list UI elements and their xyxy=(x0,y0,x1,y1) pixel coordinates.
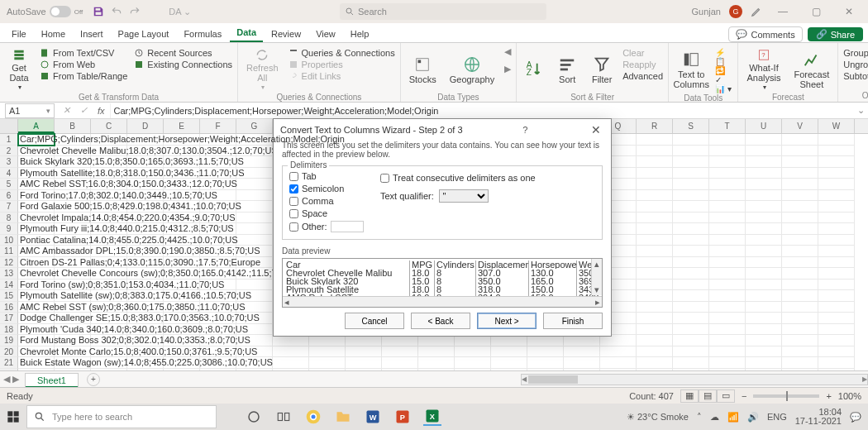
cell[interactable] xyxy=(782,156,818,168)
cell[interactable] xyxy=(673,335,709,346)
cell[interactable]: Buick Estate Wagon (sw);14.0;8;455.0;225… xyxy=(18,357,55,369)
cell[interactable] xyxy=(600,346,637,358)
queries-connections[interactable]: Queries & Connections xyxy=(289,48,395,58)
cell[interactable] xyxy=(600,335,637,346)
cell[interactable]: Ford Torino (sw);0;8;351.0;153.0;4034.;1… xyxy=(18,280,55,291)
cell[interactable] xyxy=(309,335,346,346)
row-header[interactable]: 7 xyxy=(0,201,18,213)
cell[interactable] xyxy=(818,357,855,369)
cell[interactable] xyxy=(746,146,782,157)
cell[interactable] xyxy=(637,168,673,179)
row-header[interactable]: 20 xyxy=(0,346,18,358)
cell[interactable] xyxy=(673,302,709,313)
cell[interactable] xyxy=(709,324,746,336)
name-box[interactable]: A1▾ xyxy=(5,103,55,118)
cell[interactable] xyxy=(709,346,746,358)
column-header[interactable]: C xyxy=(91,119,127,133)
cell[interactable] xyxy=(637,235,673,246)
tab-formulas[interactable]: Formulas xyxy=(177,26,228,42)
from-web[interactable]: From Web xyxy=(40,60,127,69)
reapply-filter[interactable]: Reapply xyxy=(622,60,663,69)
sheet-nav[interactable]: ◀ ▶ xyxy=(3,374,19,385)
cell[interactable] xyxy=(236,235,273,246)
column-header[interactable]: R xyxy=(637,119,673,133)
taskbar-search[interactable]: Type here to search xyxy=(26,405,217,428)
column-header[interactable]: A xyxy=(18,119,55,133)
cell[interactable]: Plymouth 'Cuda 340;14.0;8;340.0;160.0;36… xyxy=(18,324,55,336)
column-header[interactable]: E xyxy=(164,119,200,133)
row-header[interactable]: 4 xyxy=(0,168,18,179)
cell[interactable] xyxy=(746,190,782,202)
cell[interactable] xyxy=(236,201,273,213)
cell[interactable] xyxy=(818,146,855,157)
cell[interactable] xyxy=(709,223,746,235)
tab-file[interactable]: File xyxy=(5,26,33,42)
cell[interactable] xyxy=(709,313,746,324)
cell[interactable]: Buick Skylark 320;15.0;8;350.0;165.0;369… xyxy=(18,156,55,168)
tray-wifi-icon[interactable]: 📶 xyxy=(727,412,739,423)
cell[interactable] xyxy=(418,357,455,369)
cell[interactable] xyxy=(709,146,746,157)
close-dialog-icon[interactable]: ✕ xyxy=(588,123,604,136)
cell[interactable] xyxy=(273,346,309,358)
cell[interactable] xyxy=(673,246,709,257)
cell[interactable] xyxy=(673,213,709,224)
scroll-left-icon[interactable]: ◀ xyxy=(504,46,511,57)
formula-input[interactable]: Car;MPG;Cylinders;Displacement;Horsepowe… xyxy=(110,103,853,118)
toggle-switch[interactable] xyxy=(50,6,71,17)
cell[interactable] xyxy=(746,257,782,269)
row-header[interactable]: 1 xyxy=(0,134,18,146)
cell[interactable] xyxy=(782,201,818,213)
cell[interactable] xyxy=(527,346,564,358)
restore-button[interactable]: ▢ xyxy=(804,6,828,17)
comments-button[interactable]: 💬 Comments xyxy=(728,26,802,42)
cell[interactable] xyxy=(818,335,855,346)
cell[interactable] xyxy=(782,246,818,257)
cell[interactable] xyxy=(637,246,673,257)
cell[interactable] xyxy=(491,357,527,369)
row-header[interactable]: 9 xyxy=(0,223,18,235)
row-header[interactable]: 11 xyxy=(0,246,18,257)
cancel-button[interactable]: Cancel xyxy=(345,313,404,329)
autosave-toggle[interactable]: AutoSave Off xyxy=(7,6,83,17)
cell[interactable] xyxy=(273,357,309,369)
row-header[interactable]: 5 xyxy=(0,179,18,190)
cell[interactable] xyxy=(382,346,418,358)
cell[interactable] xyxy=(709,246,746,257)
cell[interactable]: Ford Galaxie 500;15.0;8;429.0;198.0;4341… xyxy=(18,201,55,213)
cell[interactable] xyxy=(673,324,709,336)
horizontal-scrollbar[interactable]: ◀▶ xyxy=(521,374,868,385)
user-avatar[interactable]: G xyxy=(729,5,742,18)
forecast-button[interactable]: Forecast Sheet xyxy=(790,46,832,93)
cell[interactable] xyxy=(746,235,782,246)
cell[interactable] xyxy=(418,346,455,358)
cell[interactable] xyxy=(346,357,382,369)
cell[interactable] xyxy=(782,280,818,291)
cell[interactable] xyxy=(746,223,782,235)
cell[interactable] xyxy=(673,179,709,190)
cell[interactable] xyxy=(782,168,818,179)
cell[interactable] xyxy=(382,357,418,369)
tray-language[interactable]: ENG xyxy=(767,412,787,422)
cell[interactable] xyxy=(637,156,673,168)
column-header[interactable]: W xyxy=(818,119,855,133)
refresh-all-button[interactable]: Refresh All▾ xyxy=(243,46,282,93)
task-view-icon[interactable] xyxy=(274,408,293,426)
cell[interactable] xyxy=(527,335,564,346)
cell[interactable] xyxy=(782,257,818,269)
cell[interactable]: Citroen DS-21 Pallas;0;4;133.0;115.0;309… xyxy=(18,257,55,269)
cell[interactable] xyxy=(818,213,855,224)
cell[interactable]: Ford Torino;17.0;8;302.0;140.0;3449.;10.… xyxy=(18,190,55,202)
row-header[interactable]: 19 xyxy=(0,335,18,346)
cell[interactable] xyxy=(782,357,818,369)
cell[interactable] xyxy=(673,257,709,269)
cell[interactable] xyxy=(637,324,673,336)
cell[interactable] xyxy=(782,324,818,336)
doc-name-hint[interactable]: DA ⌄ xyxy=(169,7,191,17)
tray-volume-icon[interactable]: 🔊 xyxy=(747,412,759,423)
cell[interactable] xyxy=(236,190,273,202)
row-header[interactable]: 15 xyxy=(0,290,18,302)
enter-icon[interactable]: ✓ xyxy=(75,105,93,116)
sort-az-button[interactable]: AZ xyxy=(522,46,546,93)
cell[interactable] xyxy=(746,290,782,302)
